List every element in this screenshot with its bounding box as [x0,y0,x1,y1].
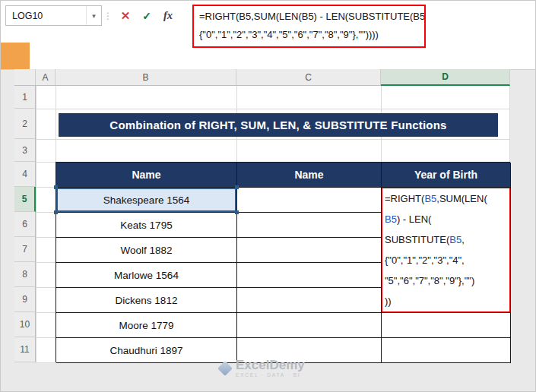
formula-line: {"0","1","2","3","4","5","6","7","8","9"… [199,26,419,44]
cell-B6[interactable]: Keats 1795 [56,213,237,238]
row-header-11[interactable]: 11 [14,337,36,362]
watermark-brand: ExcelDemy [236,359,305,371]
d5-formula-line: B5) - LEN( [385,209,509,229]
cell-B7[interactable]: Woolf 1882 [56,238,237,263]
cancel-icon[interactable]: ✕ [116,6,135,25]
data-table: Name Name Year of Birth Shakespeare 1564… [56,162,510,362]
row-header-6[interactable]: 6 [14,212,36,237]
selection-handle[interactable] [235,210,239,214]
row-header-1[interactable]: 1 [14,86,36,109]
row-header-10[interactable]: 10 [14,312,36,337]
table-header-name-b[interactable]: Name [56,163,237,188]
d5-formula-line: "5","6","7","8","9"},"") [385,270,509,291]
table-header-year[interactable]: Year of Birth [382,163,511,188]
row-header-7[interactable]: 7 [14,237,36,262]
row-header-8[interactable]: 8 [14,262,36,287]
cell-B11[interactable]: Chaudhuri 1897 [56,338,237,363]
d5-formula-line: =RIGHT(B5,SUM(LEN( [385,188,509,209]
selection-handle[interactable] [54,210,58,214]
cell-D11[interactable] [382,338,511,363]
insert-function-icon[interactable]: fx [159,6,177,25]
column-header-D[interactable]: D [381,69,510,86]
d5-formula-line: SUBSTITUTE(B5, [385,229,509,250]
cell-B5[interactable]: Shakespeare 1564 [56,188,237,213]
enter-icon[interactable]: ✓ [138,6,156,25]
cell-B9[interactable]: Dickens 1812 [56,288,237,313]
cell-D5-formula[interactable]: =RIGHT(B5,SUM(LEN(B5) - LEN(SUBSTITUTE(B… [382,188,511,313]
d5-formula-line: )) [385,291,509,311]
exceldemy-logo-icon [217,361,233,376]
gridline [36,139,510,140]
cell-D10[interactable] [382,313,511,338]
cell-C7[interactable] [237,238,382,263]
ribbon-fragment [1,43,30,69]
cell-C9[interactable] [237,288,382,313]
formula-input[interactable]: =RIGHT(B5,SUM(LEN(B5) - LEN(SUBSTITUTE(B… [192,5,426,48]
d5-formula-text: =RIGHT(B5,SUM(LEN(B5) - LEN(SUBSTITUTE(B… [385,188,509,311]
formula-line: =RIGHT(B5,SUM(LEN(B5) - LEN(SUBSTITUTE(B… [199,8,419,26]
watermark-tagline: EXCEL · DATA · BI [236,373,305,378]
row-header-5[interactable]: 5 [14,187,36,212]
table-header-name-c[interactable]: Name [237,163,382,188]
row-header-9[interactable]: 9 [14,287,36,312]
cell-C10[interactable] [237,313,382,338]
watermark: ExcelDemy EXCEL · DATA · BI [220,359,305,378]
column-header-C[interactable]: C [236,69,381,86]
selection-frame [56,188,236,212]
chevron-down-icon[interactable]: ▾ [86,6,101,25]
title-banner: Combination of RIGHT, SUM, LEN, & SUBSTI… [59,113,498,137]
name-box-value: LOG10 [6,11,86,21]
column-header-A[interactable]: A [36,69,56,86]
cell-B10[interactable]: Moore 1779 [56,313,237,338]
d5-formula-line: {"0","1","2","3","4", [385,250,509,270]
row-header-4[interactable]: 4 [14,162,36,187]
cell-B8[interactable]: Marlowe 1564 [56,263,237,288]
cell-C6[interactable] [237,213,382,238]
gridline [36,86,36,362]
cell-C8[interactable] [237,263,382,288]
row-header-3[interactable]: 3 [14,139,36,162]
formula-bar-handle-icon[interactable]: ⋮ [103,6,113,25]
excel-window: LOG10 ▾ ⋮ ✕ ✓ fx =RIGHT(B5,SUM(LEN(B5) -… [0,0,536,392]
selection-handle[interactable] [235,185,239,189]
gridline [36,109,510,109]
column-header-B[interactable]: B [56,69,236,86]
name-box[interactable]: LOG10 ▾ [5,5,102,26]
selection-handle[interactable] [54,185,58,189]
select-all-corner[interactable] [14,69,36,86]
cell-C5[interactable] [237,188,382,213]
row-header-2[interactable]: 2 [14,109,36,139]
